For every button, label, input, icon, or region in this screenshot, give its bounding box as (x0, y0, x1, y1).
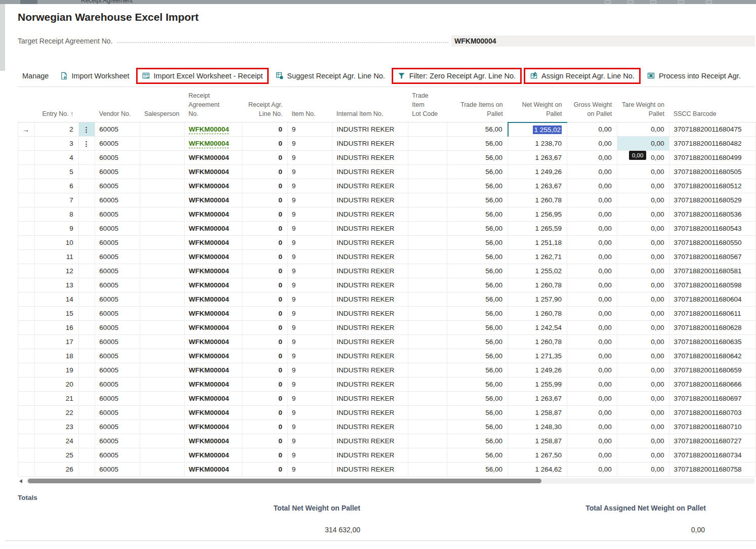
cell-dots[interactable] (78, 420, 95, 434)
cell-gross[interactable]: 0,00 (567, 165, 617, 179)
cell-item[interactable]: 9 (287, 165, 332, 179)
cell-internal[interactable]: INDUSTRI REKER (332, 165, 408, 179)
cell-selector[interactable] (18, 179, 35, 193)
cell-net[interactable]: 1 238,70 (508, 137, 567, 151)
cell-vendor[interactable]: 60005 (95, 406, 140, 420)
cell-agreement[interactable]: WFKM00004 (184, 222, 242, 236)
cell-vendor[interactable]: 60005 (95, 137, 140, 151)
cell-lot[interactable] (408, 151, 447, 165)
cell-selector[interactable] (18, 278, 35, 292)
cell-entry[interactable]: 9 (35, 222, 79, 236)
cell-vendor[interactable]: 60005 (95, 165, 140, 179)
cell-net[interactable]: 1 263,67 (508, 392, 567, 406)
cell-selector[interactable] (18, 448, 35, 462)
cell-net[interactable]: 1 257,90 (508, 292, 567, 307)
column-header-sscc[interactable]: SSCC Barcode (669, 91, 756, 122)
cell-dots[interactable] (78, 335, 95, 349)
cell-dots[interactable] (78, 207, 95, 222)
cell-trade[interactable]: 56,00 (447, 349, 508, 363)
cell-gross[interactable]: 0,00 (567, 179, 617, 193)
cell-net[interactable]: 1 265,59 (508, 222, 567, 236)
cell-sscc[interactable]: 370718820011680703 (669, 406, 756, 420)
cell-item[interactable]: 9 (287, 392, 332, 406)
cell-dots[interactable] (78, 377, 95, 392)
cell-dots[interactable] (78, 151, 95, 165)
cell-selector[interactable] (18, 363, 35, 377)
cell-lot[interactable] (408, 307, 447, 321)
cell-sscc[interactable]: 370718820011680529 (669, 193, 756, 207)
cell-line[interactable]: 0 (242, 434, 287, 448)
cell-line[interactable]: 0 (242, 462, 287, 477)
cell-item[interactable]: 9 (287, 448, 332, 462)
cell-net[interactable]: 1 262,71 (508, 250, 567, 264)
column-header-internal[interactable]: Internal Item No. (332, 91, 408, 122)
cell-lot[interactable] (408, 193, 447, 207)
cell-line[interactable]: 0 (242, 179, 287, 193)
cell-selector[interactable] (18, 321, 35, 335)
cell-agreement[interactable]: WFKM00004 (184, 335, 242, 349)
cell-internal[interactable]: INDUSTRI REKER (332, 207, 408, 222)
cell-trade[interactable]: 56,00 (447, 406, 508, 420)
cell-net[interactable]: 1 258,87 (508, 406, 567, 420)
cell-line[interactable]: 0 (242, 335, 287, 349)
cell-line[interactable]: 0 (242, 363, 287, 377)
toolbar-button-import-worksheet[interactable]: Import Worksheet (55, 69, 134, 82)
cell-internal[interactable]: INDUSTRI REKER (332, 321, 408, 335)
cell-entry[interactable]: 14 (35, 292, 79, 307)
cell-selector[interactable] (18, 137, 35, 151)
cell-line[interactable]: 0 (242, 278, 287, 292)
cell-net[interactable]: 1 249,26 (508, 363, 567, 377)
cell-internal[interactable]: INDUSTRI REKER (332, 420, 408, 434)
cell-vendor[interactable]: 60005 (95, 278, 140, 292)
cell-dots[interactable] (78, 392, 95, 406)
cell-vendor[interactable]: 60005 (95, 377, 140, 392)
cell-selector[interactable] (18, 434, 35, 448)
cell-net[interactable]: 1 249,26 (508, 165, 567, 179)
cell-dots[interactable] (78, 236, 95, 250)
cell-line[interactable]: 0 (242, 307, 287, 321)
cell-agreement[interactable]: WFKM00004 (184, 264, 242, 278)
cell-entry[interactable]: 23 (35, 420, 79, 434)
cell-lot[interactable] (408, 122, 447, 137)
cell-selector[interactable] (18, 264, 35, 278)
cell-vendor[interactable]: 60005 (95, 122, 140, 137)
cell-vendor[interactable]: 60005 (95, 420, 140, 434)
cell-sscc[interactable]: 370718820011680505 (669, 165, 756, 179)
cell-entry[interactable]: 11 (35, 250, 79, 264)
cell-net[interactable]: 1 264,62 (508, 462, 567, 477)
cell-tare[interactable]: 0,00 (617, 420, 669, 434)
cell-item[interactable]: 9 (287, 434, 332, 448)
cell-line[interactable]: 0 (242, 122, 287, 137)
cell-trade[interactable]: 56,00 (447, 448, 508, 462)
cell-salesperson[interactable] (140, 392, 185, 406)
cell-salesperson[interactable] (140, 307, 185, 321)
cell-lot[interactable] (408, 420, 447, 434)
cell-entry[interactable]: 5 (35, 165, 79, 179)
cell-agreement[interactable]: WFKM00004 (184, 137, 242, 151)
cell-dots[interactable] (78, 264, 95, 278)
cell-sscc[interactable]: 370718820011680475 (669, 122, 756, 137)
cell-item[interactable]: 9 (287, 349, 332, 363)
cell-gross[interactable]: 0,00 (567, 307, 617, 321)
cell-agreement[interactable]: WFKM00004 (184, 250, 242, 264)
cell-selector[interactable] (18, 250, 35, 264)
cell-sscc[interactable]: 370718820011680697 (669, 392, 756, 406)
cell-net[interactable]: 1 263,67 (508, 151, 567, 165)
cell-tare[interactable]: 0,00 (617, 250, 669, 264)
cell-vendor[interactable]: 60005 (95, 392, 140, 406)
cell-selector[interactable] (18, 207, 35, 222)
cell-gross[interactable]: 0,00 (567, 392, 617, 406)
cell-salesperson[interactable] (140, 448, 185, 462)
cell-salesperson[interactable] (140, 207, 185, 222)
cell-lot[interactable] (408, 207, 447, 222)
cell-agreement[interactable]: WFKM00004 (184, 122, 242, 137)
cell-sscc[interactable]: 370718820011680628 (669, 321, 756, 335)
cell-item[interactable]: 9 (287, 335, 332, 349)
cell-selector[interactable] (18, 292, 35, 307)
cell-dots[interactable] (78, 321, 95, 335)
cell-vendor[interactable]: 60005 (95, 193, 140, 207)
cell-line[interactable]: 0 (242, 236, 287, 250)
cell-dots[interactable] (78, 363, 95, 377)
cell-internal[interactable]: INDUSTRI REKER (332, 462, 408, 477)
cell-item[interactable]: 9 (287, 406, 332, 420)
